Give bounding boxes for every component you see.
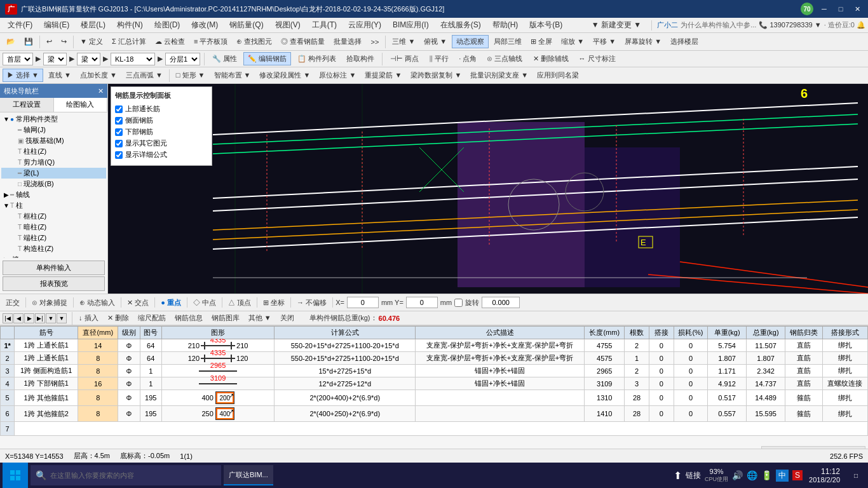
minimize-button[interactable]: ─: [818, 3, 830, 15]
tb-undo[interactable]: ↩: [43, 36, 56, 47]
clock[interactable]: 11:12 2018/2/20: [806, 467, 843, 484]
member-select[interactable]: 梁: [77, 53, 100, 65]
snap-no-offset[interactable]: → 不偏移: [294, 297, 330, 309]
nav-point-angle[interactable]: · 点角: [455, 53, 480, 65]
snap-vertex[interactable]: △ 顶点: [225, 297, 254, 309]
draw-select[interactable]: ▶ 选择 ▼: [3, 69, 43, 82]
tb-select-floor[interactable]: 选择楼层: [667, 36, 702, 48]
search-input[interactable]: [50, 471, 196, 479]
cell-diameter[interactable]: 14: [78, 339, 118, 352]
close-button[interactable]: ✕: [851, 3, 863, 15]
menu-file[interactable]: 文件(F): [3, 18, 37, 32]
cell-diameter[interactable]: 8: [78, 365, 118, 377]
tree-shear-wall[interactable]: T 剪力墙(Q): [1, 157, 106, 168]
tb-define[interactable]: ▼ 定义: [76, 36, 107, 48]
tb-cloud-check[interactable]: ☁ 云检查: [151, 36, 189, 48]
report-preview[interactable]: 报表预览: [3, 276, 105, 291]
rotate-input[interactable]: [482, 297, 520, 308]
menu-question[interactable]: 为什么单构件输入中参...: [681, 20, 756, 30]
table-rebar-info[interactable]: 钢筋信息: [171, 312, 207, 324]
tab-project-settings[interactable]: 工程设置: [0, 98, 54, 112]
nav-parallel[interactable]: ∥ 平行: [425, 53, 452, 65]
tb-floor-align[interactable]: ≡ 平齐板顶: [190, 36, 231, 48]
tree-axis[interactable]: ━ 轴网(J): [1, 125, 106, 135]
notification-area[interactable]: □: [846, 463, 865, 488]
tb-3d[interactable]: 三维 ▼: [388, 36, 419, 48]
element-select[interactable]: KL-18: [111, 53, 155, 65]
x-input[interactable]: [347, 297, 379, 308]
rebar-side-checkbox[interactable]: [115, 117, 123, 125]
canvas-area[interactable]: 钢筋显示控制面板 上部通长筋 侧面钢筋 下部钢筋 显示其它图元 显示详细公式: [108, 84, 868, 294]
menu-view[interactable]: 视图(V): [270, 18, 306, 32]
taskbar-app[interactable]: 广联达BIM...: [224, 465, 273, 485]
nav-next[interactable]: ▶: [24, 313, 34, 323]
cell-diameter[interactable]: 8: [78, 390, 118, 406]
rebar-option-top[interactable]: 上部通长筋: [115, 104, 208, 114]
nav-edit-rebar[interactable]: ✏️ 编辑钢筋: [243, 52, 291, 65]
menu-floor[interactable]: 楼层(L): [76, 18, 111, 32]
rebar-option-show-other[interactable]: 显示其它图元: [115, 139, 208, 148]
rebar-option-show-formula[interactable]: 显示详细公式: [115, 150, 208, 159]
tab-drawing-input[interactable]: 绘图输入: [54, 98, 108, 112]
tb-save[interactable]: 💾: [20, 36, 37, 47]
rebar-top-checkbox[interactable]: [115, 105, 123, 113]
rebar-show-formula-checkbox[interactable]: [115, 151, 123, 159]
draw-rect[interactable]: □ 矩形 ▼: [172, 69, 209, 81]
draw-apply-same[interactable]: 应用到同名梁: [533, 69, 583, 81]
table-insert[interactable]: ↓ 插入: [75, 312, 102, 324]
tb-redo[interactable]: ↪: [57, 36, 71, 47]
task-icon-1[interactable]: ⬆: [674, 470, 682, 482]
nav-two-point[interactable]: ⊣⊢ 两点: [386, 53, 423, 65]
tb-dynamic-obs[interactable]: 动态观察: [452, 35, 489, 48]
table-others[interactable]: 其他 ▼: [245, 312, 275, 324]
menu-bim[interactable]: BIM应用(I): [388, 18, 434, 32]
menu-modify[interactable]: 修改(M): [186, 18, 223, 32]
table-close[interactable]: 关闭: [276, 312, 298, 324]
menu-phone[interactable]: 📞 13907298339 ▼: [759, 21, 821, 29]
tb-find-element[interactable]: ⊕ 查找图元: [233, 36, 276, 48]
tree-slab[interactable]: □ 现浇板(B): [1, 179, 106, 189]
rebar-bottom-checkbox[interactable]: [115, 128, 123, 136]
rebar-show-other-checkbox[interactable]: [115, 140, 123, 147]
tree-end-col[interactable]: T 端柱(Z): [1, 233, 106, 243]
member-type-select[interactable]: 梁: [43, 53, 67, 65]
tree-frame-col[interactable]: T 框柱(Z): [1, 211, 106, 222]
tb-fullscreen[interactable]: ⊞ 全屏: [527, 36, 556, 48]
tb-more1[interactable]: >>: [367, 37, 383, 47]
table-scale-rebar[interactable]: 缩尺配筋: [134, 312, 170, 324]
tree-column[interactable]: T 柱柱(Z): [1, 146, 106, 157]
tree-common-types[interactable]: ▼● 常用构件类型: [1, 114, 106, 125]
tree-struct-col[interactable]: T 构造柱(Z): [1, 243, 106, 254]
tb-local-3d[interactable]: 局部三维: [490, 36, 526, 48]
snap-object[interactable]: ⊙ 对象捕捉: [29, 297, 71, 309]
speaker-icon[interactable]: 🔊: [732, 470, 743, 480]
single-member-input[interactable]: 单构件输入: [3, 261, 105, 275]
draw-modify-seg[interactable]: 修改梁段属性 ▼: [255, 69, 314, 81]
nav-property[interactable]: 🔧 属性: [208, 53, 241, 65]
menu-member[interactable]: 构件(N): [112, 18, 148, 32]
search-bar[interactable]: 🔍: [31, 465, 221, 485]
rotate-checkbox[interactable]: [454, 299, 463, 307]
rebar-option-side[interactable]: 侧面钢筋: [115, 116, 208, 125]
draw-smart[interactable]: 智能布置 ▼: [210, 69, 255, 81]
ime-indicator[interactable]: 中: [776, 470, 789, 482]
nav-prev[interactable]: ◀: [13, 313, 24, 323]
draw-in-situ[interactable]: 原位标注 ▼: [315, 69, 360, 81]
menu-edit[interactable]: 编辑(E): [39, 18, 74, 32]
maximize-button[interactable]: □: [835, 3, 846, 15]
snap-intersection[interactable]: ✕ 交点: [124, 297, 152, 309]
draw-line[interactable]: 直线 ▼: [44, 69, 75, 81]
tree-raft[interactable]: ▣ 筏板基础(M): [1, 135, 106, 146]
menu-help[interactable]: 帮助(H): [487, 18, 524, 32]
snap-dynamic[interactable]: ⊕ 动态输入: [76, 297, 118, 309]
tb-batch-select[interactable]: 批量选择: [330, 36, 365, 48]
y-input[interactable]: [406, 297, 438, 308]
cell-diameter[interactable]: 8: [78, 406, 118, 422]
draw-arc[interactable]: 三点画弧 ▼: [122, 69, 166, 81]
nav-first[interactable]: |◀: [3, 313, 13, 323]
tree-axis-line[interactable]: ▶━ 轴线: [1, 189, 106, 200]
tb-top-view[interactable]: 俯视 ▼: [420, 36, 451, 48]
tree-hidden-col[interactable]: T 暗柱(Z): [1, 222, 106, 233]
tree-columns[interactable]: ▼T 柱: [1, 200, 106, 211]
snap-orthogonal[interactable]: 正交: [3, 297, 23, 309]
